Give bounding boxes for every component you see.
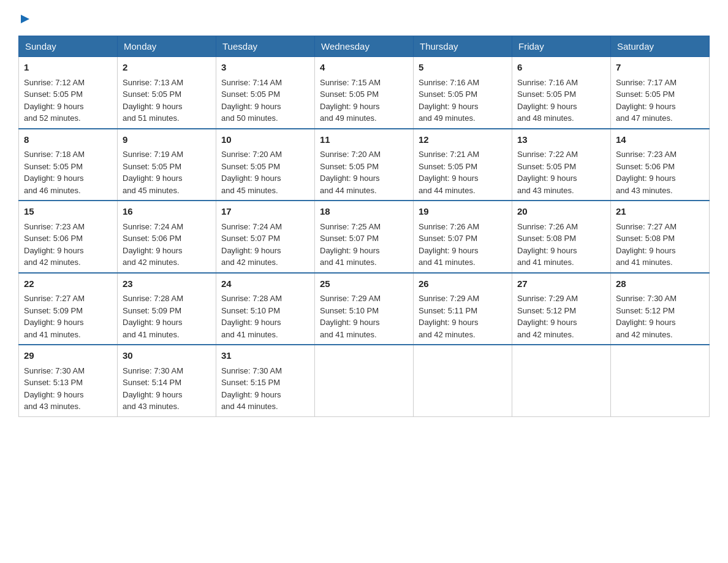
calendar-cell: 27 Sunrise: 7:29 AMSunset: 5:12 PMDaylig… [512,273,611,345]
day-number: 19 [419,205,507,219]
calendar-cell: 25 Sunrise: 7:29 AMSunset: 5:10 PMDaylig… [315,273,414,345]
day-info: Sunrise: 7:15 AMSunset: 5:05 PMDaylight:… [320,78,381,123]
calendar-cell: 1 Sunrise: 7:12 AMSunset: 5:05 PMDayligh… [19,57,118,129]
logo-triangle-icon [20,13,31,25]
calendar-header-wednesday: Wednesday [315,36,414,57]
day-info: Sunrise: 7:14 AMSunset: 5:05 PMDaylight:… [221,78,282,123]
svg-marker-0 [21,15,29,23]
calendar-cell: 23 Sunrise: 7:28 AMSunset: 5:09 PMDaylig… [118,273,216,345]
day-info: Sunrise: 7:24 AMSunset: 5:07 PMDaylight:… [221,222,282,267]
day-number: 21 [616,205,704,219]
day-number: 26 [419,277,507,291]
calendar-week-row: 22 Sunrise: 7:27 AMSunset: 5:09 PMDaylig… [19,273,710,345]
calendar-cell: 8 Sunrise: 7:18 AMSunset: 5:05 PMDayligh… [19,129,118,201]
day-number: 7 [616,61,704,75]
day-info: Sunrise: 7:29 AMSunset: 5:10 PMDaylight:… [320,294,381,339]
calendar-week-row: 1 Sunrise: 7:12 AMSunset: 5:05 PMDayligh… [19,57,710,129]
day-info: Sunrise: 7:20 AMSunset: 5:05 PMDaylight:… [221,150,282,195]
calendar-cell: 10 Sunrise: 7:20 AMSunset: 5:05 PMDaylig… [216,129,315,201]
day-info: Sunrise: 7:16 AMSunset: 5:05 PMDaylight:… [419,78,479,123]
calendar-cell: 18 Sunrise: 7:25 AMSunset: 5:07 PMDaylig… [315,201,414,273]
day-info: Sunrise: 7:19 AMSunset: 5:05 PMDaylight:… [123,150,183,195]
calendar-cell [414,345,512,416]
calendar-cell: 30 Sunrise: 7:30 AMSunset: 5:14 PMDaylig… [118,345,216,416]
calendar-cell: 6 Sunrise: 7:16 AMSunset: 5:05 PMDayligh… [512,57,611,129]
calendar-week-row: 8 Sunrise: 7:18 AMSunset: 5:05 PMDayligh… [19,129,710,201]
calendar-cell: 14 Sunrise: 7:23 AMSunset: 5:06 PMDaylig… [611,129,710,201]
day-number: 18 [320,205,408,219]
calendar-header-tuesday: Tuesday [216,36,315,57]
calendar-header-row: SundayMondayTuesdayWednesdayThursdayFrid… [19,36,710,57]
day-info: Sunrise: 7:25 AMSunset: 5:07 PMDaylight:… [320,222,381,267]
calendar-cell: 24 Sunrise: 7:28 AMSunset: 5:10 PMDaylig… [216,273,315,345]
day-info: Sunrise: 7:30 AMSunset: 5:15 PMDaylight:… [221,366,282,412]
calendar-cell: 2 Sunrise: 7:13 AMSunset: 5:05 PMDayligh… [118,57,216,129]
day-info: Sunrise: 7:12 AMSunset: 5:05 PMDaylight:… [24,78,85,123]
day-number: 16 [123,205,211,219]
calendar-cell: 26 Sunrise: 7:29 AMSunset: 5:11 PMDaylig… [414,273,512,345]
calendar-cell: 28 Sunrise: 7:30 AMSunset: 5:12 PMDaylig… [611,273,710,345]
day-info: Sunrise: 7:22 AMSunset: 5:05 PMDaylight:… [517,150,578,195]
calendar-header-sunday: Sunday [19,36,118,57]
calendar-header-saturday: Saturday [611,36,710,57]
day-number: 8 [24,133,112,147]
calendar-cell [512,345,611,416]
calendar-cell: 17 Sunrise: 7:24 AMSunset: 5:07 PMDaylig… [216,201,315,273]
day-number: 24 [221,277,309,291]
calendar-week-row: 29 Sunrise: 7:30 AMSunset: 5:13 PMDaylig… [19,345,710,416]
calendar-cell: 9 Sunrise: 7:19 AMSunset: 5:05 PMDayligh… [118,129,216,201]
day-number: 13 [517,133,605,147]
day-info: Sunrise: 7:30 AMSunset: 5:12 PMDaylight:… [616,294,677,339]
day-number: 2 [123,61,211,75]
day-number: 30 [123,349,211,363]
header [18,12,710,25]
calendar-table: SundayMondayTuesdayWednesdayThursdayFrid… [18,36,710,417]
calendar-cell [611,345,710,416]
day-info: Sunrise: 7:23 AMSunset: 5:06 PMDaylight:… [616,150,677,195]
day-number: 15 [24,205,112,219]
day-info: Sunrise: 7:28 AMSunset: 5:10 PMDaylight:… [221,294,282,339]
day-info: Sunrise: 7:26 AMSunset: 5:08 PMDaylight:… [517,222,578,267]
day-number: 27 [517,277,605,291]
day-number: 5 [419,61,507,75]
calendar-cell: 4 Sunrise: 7:15 AMSunset: 5:05 PMDayligh… [315,57,414,129]
day-info: Sunrise: 7:27 AMSunset: 5:09 PMDaylight:… [24,294,85,339]
day-info: Sunrise: 7:28 AMSunset: 5:09 PMDaylight:… [123,294,183,339]
day-number: 22 [24,277,112,291]
day-info: Sunrise: 7:18 AMSunset: 5:05 PMDaylight:… [24,150,85,195]
calendar-cell: 29 Sunrise: 7:30 AMSunset: 5:13 PMDaylig… [19,345,118,416]
day-number: 1 [24,61,112,75]
day-number: 10 [221,133,309,147]
calendar-cell: 3 Sunrise: 7:14 AMSunset: 5:05 PMDayligh… [216,57,315,129]
day-number: 4 [320,61,408,75]
day-info: Sunrise: 7:13 AMSunset: 5:05 PMDaylight:… [123,78,183,123]
day-info: Sunrise: 7:23 AMSunset: 5:06 PMDaylight:… [24,222,85,267]
calendar-cell: 21 Sunrise: 7:27 AMSunset: 5:08 PMDaylig… [611,201,710,273]
calendar-week-row: 15 Sunrise: 7:23 AMSunset: 5:06 PMDaylig… [19,201,710,273]
day-number: 12 [419,133,507,147]
day-info: Sunrise: 7:16 AMSunset: 5:05 PMDaylight:… [517,78,578,123]
day-number: 9 [123,133,211,147]
calendar-cell: 11 Sunrise: 7:20 AMSunset: 5:05 PMDaylig… [315,129,414,201]
day-info: Sunrise: 7:29 AMSunset: 5:12 PMDaylight:… [517,294,578,339]
calendar-cell: 15 Sunrise: 7:23 AMSunset: 5:06 PMDaylig… [19,201,118,273]
day-info: Sunrise: 7:21 AMSunset: 5:05 PMDaylight:… [419,150,479,195]
day-number: 31 [221,349,309,363]
calendar-cell: 19 Sunrise: 7:26 AMSunset: 5:07 PMDaylig… [414,201,512,273]
day-number: 28 [616,277,704,291]
calendar-cell: 5 Sunrise: 7:16 AMSunset: 5:05 PMDayligh… [414,57,512,129]
calendar-cell [315,345,414,416]
day-number: 20 [517,205,605,219]
calendar-cell: 22 Sunrise: 7:27 AMSunset: 5:09 PMDaylig… [19,273,118,345]
calendar-header-thursday: Thursday [414,36,512,57]
calendar-cell: 16 Sunrise: 7:24 AMSunset: 5:06 PMDaylig… [118,201,216,273]
day-number: 3 [221,61,309,75]
day-info: Sunrise: 7:29 AMSunset: 5:11 PMDaylight:… [419,294,479,339]
day-info: Sunrise: 7:30 AMSunset: 5:13 PMDaylight:… [24,366,85,412]
day-info: Sunrise: 7:20 AMSunset: 5:05 PMDaylight:… [320,150,381,195]
calendar-cell: 7 Sunrise: 7:17 AMSunset: 5:05 PMDayligh… [611,57,710,129]
calendar-cell: 20 Sunrise: 7:26 AMSunset: 5:08 PMDaylig… [512,201,611,273]
day-info: Sunrise: 7:26 AMSunset: 5:07 PMDaylight:… [419,222,479,267]
day-number: 25 [320,277,408,291]
day-info: Sunrise: 7:17 AMSunset: 5:05 PMDaylight:… [616,78,677,123]
